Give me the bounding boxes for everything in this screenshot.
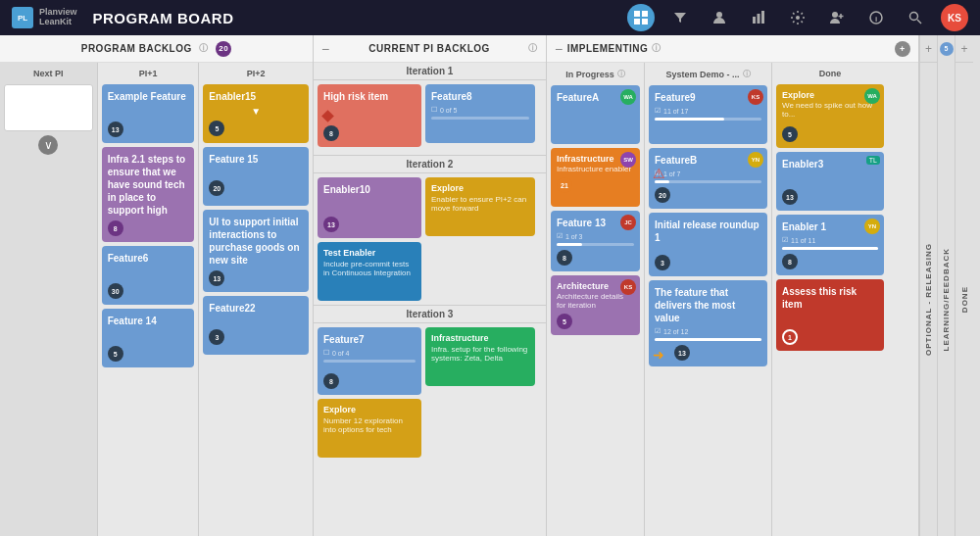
card-ui-support[interactable]: UI to support initial interactions to pu… (203, 210, 309, 292)
badge-13e: 13 (323, 217, 339, 232)
card-feature13[interactable]: Feature 13 JC ☑ 1 of 3 8 (551, 211, 640, 271)
add-user-icon[interactable] (823, 4, 851, 31)
current-pi-iterations: Iteration 1 High risk item 8 (314, 63, 546, 536)
card-infra-enabler[interactable]: Infrastructure Infrastructure enabler SW… (551, 148, 640, 207)
card-feature14[interactable]: Feature 14 5 (102, 309, 195, 367)
progress-bar-fd (655, 338, 761, 341)
info-sd: ⓘ (743, 69, 751, 79)
learning-label: LEARNING/FEEDBACK (942, 248, 951, 351)
user-avatar[interactable]: KS (941, 4, 968, 31)
minus-icon-impl[interactable]: − (555, 41, 564, 57)
plus-btn-impl[interactable]: + (895, 41, 910, 57)
next-pi-col: Next PI ∨ (0, 63, 98, 536)
plus-top-1[interactable]: + (920, 35, 938, 63)
checkbox-e1: ☑ (782, 236, 788, 244)
current-pi-backlog-section: − CURRENT PI BACKLOG ⓘ Iteration 1 High … (314, 35, 547, 536)
card-title: Feature6 (108, 252, 189, 265)
card-feature6[interactable]: Feature6 30 (102, 246, 195, 305)
card-title: Test Enabler (323, 248, 416, 258)
card-featureB[interactable]: FeatureB YN ☑ 1 of 7 ⚠ 20 (649, 148, 767, 209)
teal-badge-e3: TL (866, 156, 880, 165)
card-enabler3[interactable]: Enabler3 TL 13 (776, 152, 884, 211)
card-feature8[interactable]: Feature8 ☐ 0 of 5 (425, 84, 535, 143)
card-test-enabler[interactable]: Test Enabler Include pre-commit tests in… (318, 242, 421, 301)
svg-point-4 (716, 12, 722, 18)
card-feature9[interactable]: Feature9 KS ☑ 11 of 17 (649, 85, 767, 144)
iter2-cards: Enabler10 13 Test Enabler Include pre-co… (314, 173, 546, 305)
card-enabler15[interactable]: Enabler15 ▼ 5 (203, 84, 309, 143)
iter2-left: Enabler10 13 Test Enabler Include pre-co… (318, 177, 421, 301)
badge-20fb: 20 (655, 187, 670, 203)
iter3-cards: Feature7 ☐ 0 of 4 8 Explore Number 12 ex (314, 323, 546, 536)
info-icon-impl: ⓘ (652, 42, 662, 55)
svg-rect-5 (753, 17, 756, 24)
card-title: The feature that delivers the most value (655, 286, 761, 324)
progress-row-f7: ☐ 0 of 4 (323, 349, 416, 357)
card-subtitle: Architecture details for iteration (557, 292, 634, 310)
card-high-risk[interactable]: High risk item 8 (318, 84, 421, 147)
program-backlog-section: PROGRAM BACKLOG ⓘ 20 Next PI ∨ PI+1 (0, 35, 314, 536)
card-architecture[interactable]: Architecture Architecture details for it… (551, 275, 640, 335)
info-icon-cpi: ⓘ (528, 42, 538, 55)
card-featureA[interactable]: FeatureA WA (551, 85, 640, 144)
card-infrastructure[interactable]: Infrastructure Infra. setup for the foll… (425, 327, 535, 386)
badge-3: 3 (209, 329, 224, 345)
blank-card-1 (4, 84, 93, 131)
badge-21: 21 (557, 177, 572, 193)
card-enabler1[interactable]: Enabler 1 YN ☑ 11 of 11 8 (776, 215, 884, 275)
card-title: Infrastructure (431, 333, 529, 343)
card-enabler10[interactable]: Enabler10 13 (318, 177, 421, 238)
svg-text:i: i (875, 15, 877, 24)
header: PL PlanviewLeanKit PROGRAM BOARD i KS (0, 0, 980, 35)
settings-icon[interactable] (784, 4, 811, 31)
badge-8: 8 (108, 220, 123, 236)
checkbox-f9: ☑ (655, 107, 661, 115)
implementing-label: IMPLEMENTING (567, 43, 649, 54)
info-ip: ⓘ (617, 69, 625, 79)
iteration1-label: Iteration 1 (314, 66, 546, 76)
card-feature15[interactable]: Feature 15 20 (203, 147, 309, 206)
vert-labels: OPTIONAL - RELEASING LEARNING/FEEDBACK D… (920, 63, 973, 536)
progress-bar-fb (655, 180, 761, 183)
iter3-right: Infrastructure Infra. setup for the foll… (425, 327, 535, 532)
card-explore-enabler[interactable]: Explore Enabler to ensure PI+2 can move … (425, 177, 535, 236)
card-title: Explore (323, 405, 416, 414)
iteration2-label: Iteration 2 (314, 159, 546, 170)
card-title: High risk item (323, 90, 416, 103)
user-icon[interactable] (706, 4, 733, 31)
learning-feedback-col: LEARNING/FEEDBACK (938, 63, 956, 536)
filter-icon[interactable] (666, 4, 694, 31)
chart-icon[interactable] (745, 4, 772, 31)
optional-label: OPTIONAL - RELEASING (924, 243, 933, 356)
chevron-area: ∨ (4, 135, 93, 155)
card-assess-risk[interactable]: Assess this risk item 1 (776, 279, 884, 351)
board-icon[interactable] (627, 4, 655, 31)
in-progress-header: In Progress ⓘ (551, 67, 640, 81)
plus-top-3[interactable]: + (956, 35, 973, 63)
iter3-left: Feature7 ☐ 0 of 4 8 Explore Number 12 ex (318, 327, 421, 532)
right-panel: + 5 + OPTIONAL - RELEASING LEARNING/FEED… (919, 35, 973, 536)
card-explore-spike[interactable]: WA Explore We need to spike out how to..… (776, 84, 884, 148)
info-icon[interactable]: i (862, 4, 890, 31)
card-feature22[interactable]: Feature22 3 (203, 296, 309, 355)
expand-chevron[interactable]: ∨ (38, 135, 58, 155)
badge-30: 30 (108, 283, 123, 299)
card-title: Enabler10 (323, 183, 416, 196)
card-feature-delivers[interactable]: The feature that delivers the most value… (649, 280, 767, 366)
badge-13e3: 13 (782, 189, 798, 205)
card-infra[interactable]: Infra 2.1 steps to ensure that we have s… (102, 147, 195, 242)
card-title: Feature 14 (108, 315, 189, 327)
svg-rect-7 (761, 11, 764, 24)
svg-point-9 (832, 12, 838, 18)
minus-icon-cpi[interactable]: − (321, 41, 330, 57)
card-initial-release[interactable]: Initial release roundup 1 3 (649, 213, 767, 276)
progress-f9: ☑ 11 of 17 (655, 107, 761, 115)
card-example-feature[interactable]: Example Feature 13 (102, 84, 195, 143)
card-feature7[interactable]: Feature7 ☐ 0 of 4 8 (318, 327, 421, 395)
card-title: Enabler15 (209, 90, 303, 103)
card-explore-num12[interactable]: Explore Number 12 exploration into optio… (318, 399, 421, 458)
done-vert-label: DONE (960, 286, 969, 313)
svg-rect-2 (634, 19, 640, 24)
system-demo-col: System Demo - ... ⓘ Feature9 KS ☑ 11 of … (645, 63, 772, 536)
search-icon[interactable] (902, 4, 929, 31)
